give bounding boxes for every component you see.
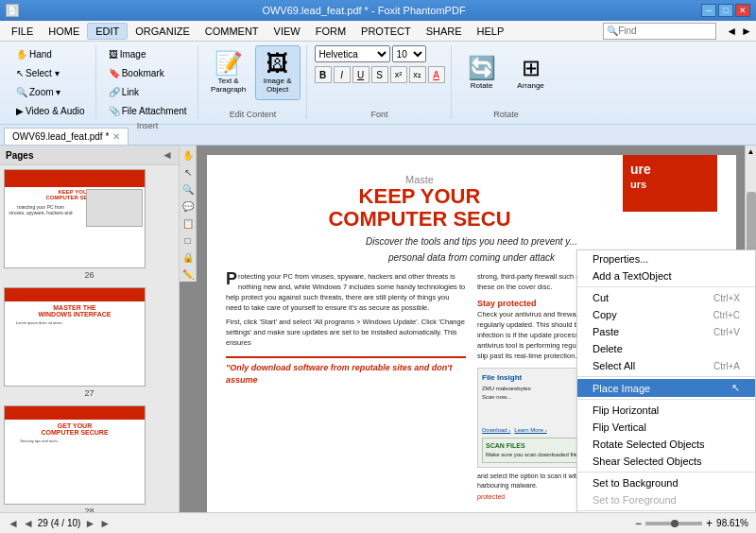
doc-tab-close[interactable]: ✕ [112, 131, 120, 142]
side-toolbar: ✋ ↖ 🔍 💬 📋 □ 🔒 ✏️ [180, 146, 197, 282]
pdf-discover: Discover the tools and tips you need to … [226, 236, 717, 247]
sidebar-lock-icon[interactable]: 🔒 [180, 249, 196, 265]
close-button[interactable]: ✕ [735, 4, 750, 17]
sidebar-select-icon[interactable]: ↖ [180, 164, 196, 180]
status-bar: ◄ ◄ 29 (4 / 10) ► ► − + 98.61% [0, 512, 756, 533]
search-next-icon[interactable]: ► [741, 25, 752, 38]
ctx-select-all[interactable]: Select All Ctrl+A [577, 357, 755, 374]
link-button[interactable]: 🔗 Link [104, 83, 192, 100]
ctx-delete[interactable]: Delete [577, 340, 755, 357]
image-object-button[interactable]: 🖼 Image &Object [255, 45, 301, 100]
select-icon: ↖ [16, 68, 24, 78]
font-family-select[interactable]: Helvetica [315, 45, 390, 62]
nav-prev-button[interactable]: ◄ [23, 517, 34, 530]
sidebar-zoom-icon[interactable]: 🔍 [180, 181, 196, 197]
page-heading-area: Maste KEEP YOUR COMPUTER SECU [226, 174, 613, 231]
main-area: Pages ◄ KEEP YOURCOMPUTER SECURE rotecti… [0, 146, 756, 512]
menu-protect[interactable]: PROTECT [353, 23, 419, 40]
group-label-rotate: Rotate [493, 110, 519, 119]
video-button[interactable]: ▶ Video & Audio [11, 102, 90, 119]
menu-organize[interactable]: ORGANIZE [128, 23, 197, 40]
sidebar-comments-icon[interactable]: 💬 [180, 198, 196, 214]
zoom-slider[interactable] [645, 522, 702, 525]
maximize-button[interactable]: □ [718, 4, 733, 17]
document-tab[interactable]: OWV69.lead_feat.pdf * ✕ [4, 128, 129, 145]
font-size-select[interactable]: 10 [392, 45, 426, 62]
ctx-set-foreground: Set to Foreground [577, 491, 755, 508]
arrange-icon: ⊞ [522, 57, 541, 79]
zoom-button[interactable]: 🔍 Zoom ▾ [11, 83, 90, 100]
zoom-out-button[interactable]: − [635, 517, 642, 530]
ctx-shear-objects[interactable]: Shear Selected Objects [577, 453, 755, 470]
bookmark-button[interactable]: 🔖 Bookmark [104, 64, 192, 81]
zoom-in-button[interactable]: + [706, 517, 713, 530]
ctx-set-background[interactable]: Set to Background [577, 474, 755, 491]
ctx-place-image[interactable]: Place Image ↖ [577, 379, 755, 397]
superscript-button[interactable]: x² [390, 66, 407, 83]
text-paragraph-button[interactable]: 📝 Text & Paragraph [206, 45, 251, 100]
scroll-up-button[interactable]: ▲ [747, 147, 755, 156]
search-input[interactable] [618, 26, 713, 36]
search-icon: 🔍 [607, 26, 618, 36]
link-icon: 🔗 [109, 87, 120, 97]
font-color-button[interactable]: A [428, 66, 445, 83]
pages-list: KEEP YOURCOMPUTER SECURE rotecting your … [0, 165, 179, 512]
search-box[interactable]: 🔍 [603, 23, 716, 40]
bold-button[interactable]: B [315, 66, 332, 83]
context-menu: Properties... Add a TextObject Cut Ctrl+… [576, 249, 756, 512]
arrange-button[interactable]: ⊞ Arrange [508, 45, 554, 100]
sidebar-hand-icon[interactable]: ✋ [180, 147, 196, 163]
italic-button[interactable]: I [334, 66, 351, 83]
ribbon-group-tools: ✋ Hand ↖ Select ▾ 🔍 Zoom ▾ ▶ Video & Aud… [6, 45, 96, 119]
video-icon: ▶ [16, 106, 24, 116]
nav-next-button[interactable]: ► [84, 517, 95, 530]
search-prev-icon[interactable]: ◄ [726, 25, 737, 38]
window-controls[interactable]: ─ □ ✕ [701, 4, 750, 17]
sidebar-pen-icon[interactable]: ✏️ [180, 266, 196, 282]
header-text: ureurs [623, 155, 717, 199]
status-nav: ◄ ◄ 29 (4 / 10) ► ► [8, 517, 111, 530]
sidebar-stamp-icon[interactable]: 📋 [180, 215, 196, 231]
link-download[interactable]: Download › [482, 426, 510, 435]
select-button[interactable]: ↖ Select ▾ [11, 64, 90, 81]
minimize-button[interactable]: ─ [701, 4, 716, 17]
thumb-img-26: KEEP YOURCOMPUTER SECURE rotecting your … [4, 169, 146, 268]
ctx-copy[interactable]: Copy Ctrl+C [577, 306, 755, 323]
link-learn-more[interactable]: Learn More › [514, 426, 546, 435]
ctx-sep-4 [577, 472, 755, 473]
ctx-add-textobject[interactable]: Add a TextObject [577, 267, 755, 284]
ctx-sep-1 [577, 286, 755, 287]
menu-home[interactable]: HOME [41, 23, 87, 40]
menu-share[interactable]: SHARE [419, 23, 470, 40]
file-attachment-button[interactable]: 📎 File Attachment [104, 102, 192, 119]
menu-view[interactable]: VIEW [266, 23, 308, 40]
image-button[interactable]: 🖼 Image [104, 45, 192, 62]
pages-panel-toggle[interactable]: ◄ [162, 148, 173, 162]
page-thumb-26[interactable]: KEEP YOURCOMPUTER SECURE rotecting your … [4, 169, 175, 280]
subscript-button[interactable]: x₂ [409, 66, 426, 83]
pages-panel: Pages ◄ KEEP YOURCOMPUTER SECURE rotecti… [0, 146, 180, 512]
rotate-button[interactable]: 🔄 Rotate [459, 45, 505, 100]
menu-form[interactable]: FORM [308, 23, 353, 40]
ctx-rotate-objects[interactable]: Rotate Selected Objects [577, 436, 755, 453]
sidebar-shapes-icon[interactable]: □ [180, 232, 196, 248]
ctx-cut[interactable]: Cut Ctrl+X [577, 289, 755, 306]
page-thumb-27[interactable]: MASTER THEWINDOWS INTERFACE Lorem ipsum … [4, 287, 175, 398]
page-num-27: 27 [4, 388, 175, 398]
ctx-properties[interactable]: Properties... [577, 250, 755, 267]
hand-button[interactable]: ✋ Hand [11, 45, 90, 62]
ctx-flip-horizontal[interactable]: Flip Horizontal [577, 402, 755, 419]
page-thumb-28[interactable]: GET YOURCOMPUTER SECURE Security tips an… [4, 405, 175, 512]
body-p1: rotecting your PC from viruses, spyware,… [226, 272, 465, 312]
nav-last-button[interactable]: ► [99, 517, 111, 530]
ctx-flip-vertical[interactable]: Flip Vertical [577, 419, 755, 436]
strikethrough-button[interactable]: S [371, 66, 388, 83]
ctx-paste[interactable]: Paste Ctrl+V [577, 323, 755, 340]
ctx-sep-3 [577, 399, 755, 400]
nav-first-button[interactable]: ◄ [8, 517, 19, 530]
menu-edit[interactable]: EDIT [87, 23, 128, 40]
menu-help[interactable]: HELP [470, 23, 512, 40]
menu-file[interactable]: FILE [4, 23, 41, 40]
menu-comment[interactable]: COMMENT [198, 23, 266, 40]
underline-button[interactable]: U [352, 66, 369, 83]
